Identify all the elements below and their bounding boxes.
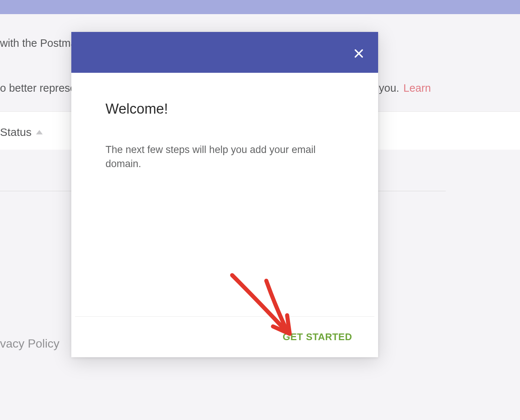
status-label: Status [0, 126, 32, 139]
learn-link[interactable]: Learn [403, 82, 431, 94]
modal-header [71, 32, 378, 73]
welcome-modal: Welcome! The next few steps will help yo… [71, 32, 378, 357]
modal-footer: GET STARTED [75, 316, 374, 357]
get-started-button[interactable]: GET STARTED [283, 331, 352, 343]
modal-body: Welcome! The next few steps will help yo… [71, 73, 378, 171]
close-button[interactable] [352, 47, 365, 60]
close-icon [353, 48, 365, 59]
background-text-right: you. [379, 82, 399, 94]
modal-title: Welcome! [105, 101, 344, 117]
modal-description: The next few steps will help you add you… [105, 143, 344, 171]
top-bar [0, 0, 520, 14]
sort-ascending-icon [36, 130, 43, 134]
